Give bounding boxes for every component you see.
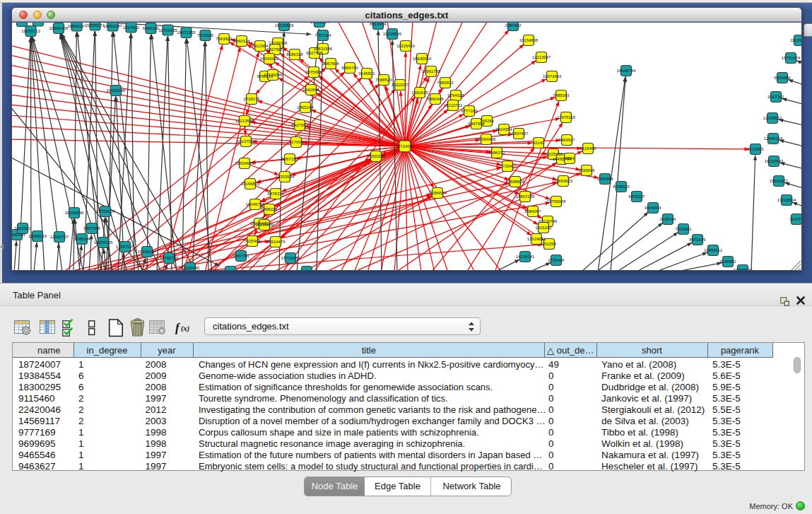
svg-text:9777169: 9777169 (461, 109, 478, 113)
svg-text:17975115: 17975115 (557, 115, 576, 119)
svg-text:14136141: 14136141 (516, 255, 535, 259)
svg-text:7905502: 7905502 (222, 269, 239, 270)
svg-text:12353594: 12353594 (276, 175, 295, 179)
svg-text:19654923: 19654923 (235, 161, 254, 165)
svg-text:16210643: 16210643 (765, 159, 784, 163)
svg-text:19384554: 19384554 (428, 191, 447, 195)
svg-text:8454749: 8454749 (341, 66, 358, 70)
svg-text:7357224: 7357224 (314, 33, 331, 37)
svg-text:1633501: 1633501 (14, 226, 31, 230)
svg-text:13524851: 13524851 (527, 237, 546, 241)
svg-text:9327505: 9327505 (266, 47, 283, 52)
svg-text:16914479: 16914479 (266, 240, 286, 244)
svg-text:6497568: 6497568 (468, 122, 485, 126)
svg-text:9794028: 9794028 (447, 93, 464, 98)
svg-text:7588520: 7588520 (375, 78, 392, 82)
svg-text:19055713: 19055713 (21, 29, 40, 33)
svg-text:9884: 9884 (565, 156, 575, 160)
svg-text:9242848: 9242848 (302, 88, 319, 92)
svg-text:18831546: 18831546 (314, 47, 333, 51)
svg-text:18640910: 18640910 (413, 57, 432, 61)
svg-text:15751074: 15751074 (782, 56, 801, 60)
svg-text:20053346: 20053346 (107, 88, 126, 93)
svg-text:12505135: 12505135 (94, 240, 113, 245)
svg-text:7955812: 7955812 (437, 81, 454, 85)
svg-text:2087682: 2087682 (505, 23, 522, 28)
svg-text:9329966: 9329966 (774, 76, 791, 80)
svg-text:12213589: 12213589 (235, 119, 254, 123)
svg-text:2935114: 2935114 (660, 217, 677, 221)
svg-text:8267150: 8267150 (281, 157, 298, 161)
svg-text:20364436: 20364436 (477, 137, 496, 141)
svg-text:19654923: 19654923 (554, 179, 573, 183)
svg-text:11929014: 11929014 (790, 38, 801, 42)
svg-text:8186328: 8186328 (286, 52, 303, 57)
svg-text:20206536: 20206536 (65, 211, 84, 215)
svg-text:8660124: 8660124 (233, 39, 250, 43)
svg-text:2803144: 2803144 (297, 105, 314, 110)
svg-text:8813054: 8813054 (370, 23, 387, 26)
svg-text:6879197: 6879197 (628, 194, 645, 199)
svg-text:12444154: 12444154 (764, 136, 783, 141)
svg-text:17957225: 17957225 (116, 245, 135, 249)
svg-text:16154808: 16154808 (519, 38, 539, 42)
svg-text:f: f (175, 321, 181, 334)
svg-text:9227342: 9227342 (767, 95, 784, 99)
svg-text:16961758: 16961758 (422, 69, 441, 74)
svg-text:8215955: 8215955 (747, 147, 764, 151)
svg-text:19218506: 19218506 (383, 32, 402, 36)
svg-text:8938923: 8938923 (613, 185, 630, 189)
svg-text:9084067: 9084067 (524, 209, 541, 214)
svg-text:15692971: 15692971 (770, 179, 789, 183)
svg-text:12093822: 12093822 (763, 116, 782, 120)
svg-text:16046766: 16046766 (246, 202, 265, 206)
svg-text:16648784: 16648784 (617, 69, 636, 73)
svg-text:9115460: 9115460 (580, 146, 597, 151)
svg-text:7632621: 7632621 (675, 227, 692, 231)
svg-text:9699695: 9699695 (578, 168, 595, 173)
svg-text:7986372: 7986372 (488, 151, 505, 155)
svg-text:16210722: 16210722 (444, 103, 463, 107)
svg-text:417004: 417004 (289, 140, 304, 144)
svg-text:1145194: 1145194 (74, 237, 91, 241)
svg-text:1615152: 1615152 (535, 226, 552, 230)
svg-text:17468570: 17468570 (734, 268, 753, 270)
svg-text:9474444: 9474444 (645, 206, 661, 210)
svg-text:7625402: 7625402 (244, 239, 261, 243)
svg-text:1527602: 1527602 (123, 25, 140, 30)
svg-text:7515526: 7515526 (197, 33, 214, 37)
svg-text:6466160: 6466160 (143, 26, 160, 30)
svg-text:9245652: 9245652 (719, 259, 736, 264)
svg-text:1562615: 1562615 (411, 90, 428, 95)
svg-text:17016504: 17016504 (777, 198, 796, 202)
svg-text:19166829: 19166829 (241, 182, 260, 186)
svg-text:12823449: 12823449 (298, 269, 317, 270)
svg-text:3675685: 3675685 (305, 70, 322, 74)
svg-text:13226058: 13226058 (269, 41, 288, 45)
svg-text:62160: 62160 (533, 141, 545, 145)
svg-text:16099489: 16099489 (255, 223, 274, 227)
svg-text:18831824: 18831824 (310, 23, 329, 24)
svg-text:10719155: 10719155 (158, 28, 177, 33)
svg-text:9327508: 9327508 (306, 51, 323, 55)
svg-text:2439154: 2439154 (12, 233, 25, 237)
svg-text:10653287: 10653287 (103, 24, 122, 28)
svg-text:15720407: 15720407 (498, 164, 517, 168)
svg-text:16671355: 16671355 (177, 30, 196, 35)
svg-text:8878334: 8878334 (267, 192, 284, 196)
svg-text:20955171: 20955171 (86, 23, 105, 28)
svg-text:8990448: 8990448 (427, 97, 444, 101)
svg-text:12923445: 12923445 (181, 266, 200, 270)
svg-text:8427552: 8427552 (291, 123, 308, 127)
svg-text:18300295: 18300295 (367, 154, 386, 158)
svg-text:7485063: 7485063 (553, 93, 570, 98)
svg-text:16107552: 16107552 (237, 139, 256, 144)
svg-text:16033809: 16033809 (275, 23, 294, 28)
svg-text:5498222: 5498222 (261, 207, 278, 211)
svg-text:252254: 252254 (542, 242, 557, 246)
svg-text:10025458: 10025458 (544, 152, 563, 156)
svg-text:10973493: 10973493 (543, 74, 562, 78)
svg-text:12942757: 12942757 (50, 235, 69, 239)
svg-text:10958107: 10958107 (138, 250, 157, 254)
svg-text:17359924: 17359924 (96, 209, 115, 214)
